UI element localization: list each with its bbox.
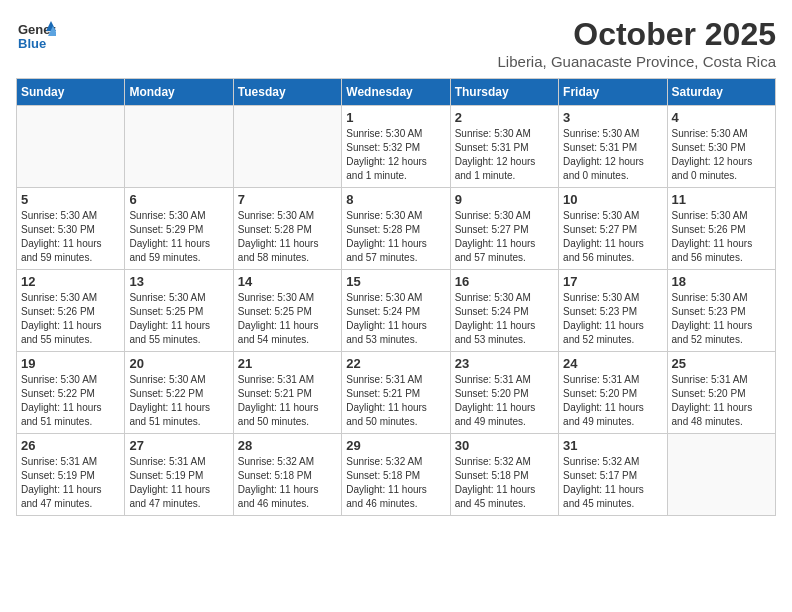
calendar-cell: 1Sunrise: 5:30 AMSunset: 5:32 PMDaylight… [342,106,450,188]
calendar-cell: 3Sunrise: 5:30 AMSunset: 5:31 PMDaylight… [559,106,667,188]
day-number: 17 [563,274,662,289]
weekday-header: Thursday [450,79,558,106]
cell-details: Sunrise: 5:30 AMSunset: 5:26 PMDaylight:… [21,291,120,347]
cell-details: Sunrise: 5:30 AMSunset: 5:28 PMDaylight:… [238,209,337,265]
calendar-week-row: 1Sunrise: 5:30 AMSunset: 5:32 PMDaylight… [17,106,776,188]
cell-details: Sunrise: 5:31 AMSunset: 5:21 PMDaylight:… [238,373,337,429]
day-number: 4 [672,110,771,125]
calendar-cell: 11Sunrise: 5:30 AMSunset: 5:26 PMDayligh… [667,188,775,270]
day-number: 22 [346,356,445,371]
weekday-header: Friday [559,79,667,106]
calendar-cell: 2Sunrise: 5:30 AMSunset: 5:31 PMDaylight… [450,106,558,188]
calendar-week-row: 19Sunrise: 5:30 AMSunset: 5:22 PMDayligh… [17,352,776,434]
day-number: 27 [129,438,228,453]
cell-details: Sunrise: 5:30 AMSunset: 5:22 PMDaylight:… [21,373,120,429]
cell-details: Sunrise: 5:30 AMSunset: 5:30 PMDaylight:… [21,209,120,265]
weekday-header-row: SundayMondayTuesdayWednesdayThursdayFrid… [17,79,776,106]
cell-details: Sunrise: 5:30 AMSunset: 5:32 PMDaylight:… [346,127,445,183]
cell-details: Sunrise: 5:32 AMSunset: 5:18 PMDaylight:… [346,455,445,511]
cell-details: Sunrise: 5:30 AMSunset: 5:26 PMDaylight:… [672,209,771,265]
day-number: 24 [563,356,662,371]
weekday-header: Monday [125,79,233,106]
cell-details: Sunrise: 5:30 AMSunset: 5:31 PMDaylight:… [563,127,662,183]
calendar-cell: 16Sunrise: 5:30 AMSunset: 5:24 PMDayligh… [450,270,558,352]
svg-text:Blue: Blue [18,36,46,51]
calendar-cell: 4Sunrise: 5:30 AMSunset: 5:30 PMDaylight… [667,106,775,188]
calendar-cell: 20Sunrise: 5:30 AMSunset: 5:22 PMDayligh… [125,352,233,434]
calendar-cell: 6Sunrise: 5:30 AMSunset: 5:29 PMDaylight… [125,188,233,270]
day-number: 19 [21,356,120,371]
cell-details: Sunrise: 5:30 AMSunset: 5:25 PMDaylight:… [238,291,337,347]
cell-details: Sunrise: 5:30 AMSunset: 5:22 PMDaylight:… [129,373,228,429]
cell-details: Sunrise: 5:30 AMSunset: 5:31 PMDaylight:… [455,127,554,183]
logo-mark: General Blue [16,16,56,60]
day-number: 25 [672,356,771,371]
day-number: 18 [672,274,771,289]
day-number: 26 [21,438,120,453]
day-number: 11 [672,192,771,207]
cell-details: Sunrise: 5:31 AMSunset: 5:19 PMDaylight:… [21,455,120,511]
calendar-cell: 27Sunrise: 5:31 AMSunset: 5:19 PMDayligh… [125,434,233,516]
weekday-header: Wednesday [342,79,450,106]
cell-details: Sunrise: 5:30 AMSunset: 5:23 PMDaylight:… [672,291,771,347]
cell-details: Sunrise: 5:30 AMSunset: 5:27 PMDaylight:… [455,209,554,265]
day-number: 13 [129,274,228,289]
calendar-cell [17,106,125,188]
cell-details: Sunrise: 5:31 AMSunset: 5:20 PMDaylight:… [563,373,662,429]
calendar-cell: 24Sunrise: 5:31 AMSunset: 5:20 PMDayligh… [559,352,667,434]
calendar-cell [125,106,233,188]
day-number: 16 [455,274,554,289]
day-number: 15 [346,274,445,289]
day-number: 28 [238,438,337,453]
calendar-cell: 13Sunrise: 5:30 AMSunset: 5:25 PMDayligh… [125,270,233,352]
cell-details: Sunrise: 5:32 AMSunset: 5:17 PMDaylight:… [563,455,662,511]
calendar-cell [233,106,341,188]
calendar-cell: 7Sunrise: 5:30 AMSunset: 5:28 PMDaylight… [233,188,341,270]
day-number: 2 [455,110,554,125]
calendar-cell: 14Sunrise: 5:30 AMSunset: 5:25 PMDayligh… [233,270,341,352]
day-number: 23 [455,356,554,371]
cell-details: Sunrise: 5:32 AMSunset: 5:18 PMDaylight:… [238,455,337,511]
month-title: October 2025 [498,16,776,53]
day-number: 1 [346,110,445,125]
day-number: 20 [129,356,228,371]
cell-details: Sunrise: 5:31 AMSunset: 5:20 PMDaylight:… [672,373,771,429]
calendar-cell: 8Sunrise: 5:30 AMSunset: 5:28 PMDaylight… [342,188,450,270]
calendar-cell: 21Sunrise: 5:31 AMSunset: 5:21 PMDayligh… [233,352,341,434]
cell-details: Sunrise: 5:31 AMSunset: 5:20 PMDaylight:… [455,373,554,429]
weekday-header: Saturday [667,79,775,106]
day-number: 31 [563,438,662,453]
calendar-cell: 15Sunrise: 5:30 AMSunset: 5:24 PMDayligh… [342,270,450,352]
calendar-table: SundayMondayTuesdayWednesdayThursdayFrid… [16,78,776,516]
calendar-cell: 5Sunrise: 5:30 AMSunset: 5:30 PMDaylight… [17,188,125,270]
calendar-cell [667,434,775,516]
page-header: General Blue October 2025 Liberia, Guana… [16,16,776,70]
title-block: October 2025 Liberia, Guanacaste Provinc… [498,16,776,70]
calendar-cell: 23Sunrise: 5:31 AMSunset: 5:20 PMDayligh… [450,352,558,434]
cell-details: Sunrise: 5:31 AMSunset: 5:21 PMDaylight:… [346,373,445,429]
calendar-cell: 31Sunrise: 5:32 AMSunset: 5:17 PMDayligh… [559,434,667,516]
calendar-cell: 26Sunrise: 5:31 AMSunset: 5:19 PMDayligh… [17,434,125,516]
logo: General Blue [16,16,56,60]
cell-details: Sunrise: 5:31 AMSunset: 5:19 PMDaylight:… [129,455,228,511]
cell-details: Sunrise: 5:32 AMSunset: 5:18 PMDaylight:… [455,455,554,511]
day-number: 29 [346,438,445,453]
calendar-cell: 22Sunrise: 5:31 AMSunset: 5:21 PMDayligh… [342,352,450,434]
calendar-cell: 12Sunrise: 5:30 AMSunset: 5:26 PMDayligh… [17,270,125,352]
day-number: 12 [21,274,120,289]
day-number: 21 [238,356,337,371]
cell-details: Sunrise: 5:30 AMSunset: 5:24 PMDaylight:… [346,291,445,347]
calendar-cell: 28Sunrise: 5:32 AMSunset: 5:18 PMDayligh… [233,434,341,516]
calendar-cell: 10Sunrise: 5:30 AMSunset: 5:27 PMDayligh… [559,188,667,270]
day-number: 30 [455,438,554,453]
day-number: 5 [21,192,120,207]
calendar-cell: 19Sunrise: 5:30 AMSunset: 5:22 PMDayligh… [17,352,125,434]
cell-details: Sunrise: 5:30 AMSunset: 5:30 PMDaylight:… [672,127,771,183]
calendar-cell: 25Sunrise: 5:31 AMSunset: 5:20 PMDayligh… [667,352,775,434]
calendar-week-row: 5Sunrise: 5:30 AMSunset: 5:30 PMDaylight… [17,188,776,270]
cell-details: Sunrise: 5:30 AMSunset: 5:27 PMDaylight:… [563,209,662,265]
day-number: 10 [563,192,662,207]
location-title: Liberia, Guanacaste Province, Costa Rica [498,53,776,70]
cell-details: Sunrise: 5:30 AMSunset: 5:28 PMDaylight:… [346,209,445,265]
cell-details: Sunrise: 5:30 AMSunset: 5:29 PMDaylight:… [129,209,228,265]
